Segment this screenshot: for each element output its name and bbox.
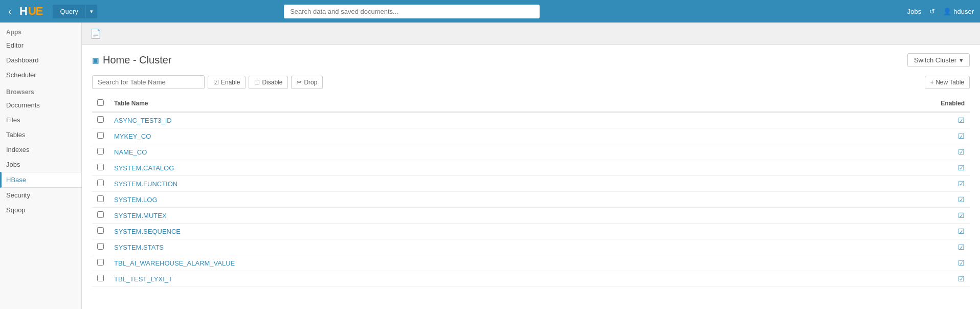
row-enabled-cell: ☑ bbox=[929, 192, 970, 208]
sidebar-item-jobs[interactable]: Jobs bbox=[0, 157, 81, 172]
row-checkbox-1[interactable] bbox=[97, 132, 104, 139]
sidebar-item-scheduler[interactable]: Scheduler bbox=[0, 68, 81, 82]
row-table-name: SYSTEM.STATS bbox=[109, 239, 929, 255]
query-button[interactable]: Query bbox=[53, 5, 85, 18]
row-checkbox-cell bbox=[92, 128, 109, 144]
row-checkbox-cell bbox=[92, 112, 109, 128]
row-checkbox-3[interactable] bbox=[97, 164, 104, 170]
query-dropdown-button[interactable]: ▾ bbox=[85, 5, 97, 18]
disable-checkbox-icon: ☐ bbox=[254, 79, 260, 86]
content-area: 📄 ▣ Home - Cluster Switch Cluster ▾ bbox=[82, 23, 980, 309]
table-row: SYSTEM.SEQUENCE ☑ bbox=[92, 224, 970, 239]
back-button[interactable]: ‹ bbox=[6, 4, 13, 19]
search-table-input[interactable] bbox=[92, 75, 205, 89]
row-checkbox-cell bbox=[92, 255, 109, 271]
row-checkbox-cell bbox=[92, 176, 109, 192]
logo: HUE bbox=[19, 5, 42, 18]
jobs-link[interactable]: Jobs bbox=[907, 8, 921, 15]
nav-right: Jobs ↺ 👤 hduser bbox=[907, 8, 974, 15]
drop-button[interactable]: ✂ Drop bbox=[291, 76, 323, 89]
subheader-icon: 📄 bbox=[90, 28, 101, 39]
table-name-link-4[interactable]: SYSTEM.FUNCTION bbox=[114, 180, 177, 188]
enabled-check-icon: ☑ bbox=[958, 164, 965, 172]
logo-h: H bbox=[19, 5, 27, 18]
table-row: SYSTEM.STATS ☑ bbox=[92, 239, 970, 255]
table-name-link-6[interactable]: SYSTEM.MUTEX bbox=[114, 212, 167, 219]
enable-button[interactable]: ☑ Enable bbox=[208, 76, 246, 89]
table-row: SYSTEM.CATALOG ☑ bbox=[92, 160, 970, 176]
table-name-link-2[interactable]: NAME_CO bbox=[114, 148, 147, 156]
user-icon: 👤 bbox=[943, 8, 951, 15]
table-name-link-9[interactable]: TBL_AI_WAREHOUSE_ALARM_VALUE bbox=[114, 259, 235, 267]
sidebar-item-indexes[interactable]: Indexes bbox=[0, 142, 81, 157]
new-table-button[interactable]: + New Table bbox=[925, 76, 970, 89]
enabled-check-icon: ☑ bbox=[958, 227, 965, 235]
row-table-name: ASYNC_TEST3_ID bbox=[109, 112, 929, 128]
enabled-check-icon: ☑ bbox=[958, 211, 965, 219]
row-checkbox-10[interactable] bbox=[97, 275, 104, 281]
sidebar-item-sqoop[interactable]: Sqoop bbox=[0, 203, 81, 217]
table-name-link-1[interactable]: MYKEY_CO bbox=[114, 133, 151, 140]
table-name-link-10[interactable]: TBL_TEST_LYXI_T bbox=[114, 275, 172, 283]
enabled-check-icon: ☑ bbox=[958, 116, 965, 124]
col-header-enabled: Enabled bbox=[929, 95, 970, 112]
table-row: SYSTEM.MUTEX ☑ bbox=[92, 208, 970, 224]
enabled-check-icon: ☑ bbox=[958, 195, 965, 204]
row-checkbox-cell bbox=[92, 208, 109, 224]
table-name-link-3[interactable]: SYSTEM.CATALOG bbox=[114, 164, 174, 172]
row-checkbox-0[interactable] bbox=[97, 116, 104, 123]
row-checkbox-6[interactable] bbox=[97, 211, 104, 218]
select-all-checkbox[interactable] bbox=[97, 99, 104, 106]
toolbar: ☑ Enable ☐ Disable ✂ Drop + New Table bbox=[92, 75, 970, 89]
table-name-link-8[interactable]: SYSTEM.STATS bbox=[114, 244, 164, 251]
table-name-link-0[interactable]: ASYNC_TEST3_ID bbox=[114, 117, 172, 124]
row-checkbox-2[interactable] bbox=[97, 148, 104, 154]
table-row: SYSTEM.LOG ☑ bbox=[92, 192, 970, 208]
row-table-name: NAME_CO bbox=[109, 144, 929, 160]
row-checkbox-cell bbox=[92, 239, 109, 255]
row-enabled-cell: ☑ bbox=[929, 176, 970, 192]
table-row: NAME_CO ☑ bbox=[92, 144, 970, 160]
sidebar-item-files[interactable]: Files bbox=[0, 113, 81, 127]
sidebar-item-documents[interactable]: Documents bbox=[0, 98, 81, 113]
col-header-checkbox bbox=[92, 95, 109, 112]
user-menu[interactable]: 👤 hduser bbox=[943, 8, 974, 15]
row-enabled-cell: ☑ bbox=[929, 128, 970, 144]
row-table-name: MYKEY_CO bbox=[109, 128, 929, 144]
disable-button[interactable]: ☐ Disable bbox=[249, 76, 288, 89]
enabled-check-icon: ☑ bbox=[958, 148, 965, 156]
switch-cluster-button[interactable]: Switch Cluster ▾ bbox=[907, 53, 970, 67]
row-checkbox-4[interactable] bbox=[97, 180, 104, 186]
row-enabled-cell: ☑ bbox=[929, 255, 970, 271]
row-enabled-cell: ☑ bbox=[929, 239, 970, 255]
history-icon[interactable]: ↺ bbox=[929, 8, 935, 15]
username-label: hduser bbox=[953, 8, 974, 15]
row-checkbox-5[interactable] bbox=[97, 195, 104, 202]
row-checkbox-9[interactable] bbox=[97, 259, 104, 266]
main-layout: Apps Editor Dashboard Scheduler Browsers… bbox=[0, 23, 980, 309]
table-row: ASYNC_TEST3_ID ☑ bbox=[92, 112, 970, 128]
sidebar-item-hbase[interactable]: HBase bbox=[0, 172, 81, 188]
disable-label: Disable bbox=[262, 79, 282, 86]
sidebar-item-dashboard[interactable]: Dashboard bbox=[0, 53, 81, 68]
row-checkbox-8[interactable] bbox=[97, 243, 104, 250]
table-name-link-7[interactable]: SYSTEM.SEQUENCE bbox=[114, 228, 181, 235]
row-enabled-cell: ☑ bbox=[929, 144, 970, 160]
enabled-check-icon: ☑ bbox=[958, 243, 965, 251]
drop-label: Drop bbox=[304, 79, 317, 86]
toolbar-left: ☑ Enable ☐ Disable ✂ Drop bbox=[92, 75, 323, 89]
row-checkbox-cell bbox=[92, 160, 109, 176]
sidebar: Apps Editor Dashboard Scheduler Browsers… bbox=[0, 23, 82, 309]
enabled-check-icon: ☑ bbox=[958, 259, 965, 267]
sidebar-item-security[interactable]: Security bbox=[0, 188, 81, 203]
row-table-name: SYSTEM.CATALOG bbox=[109, 160, 929, 176]
table-name-link-5[interactable]: SYSTEM.LOG bbox=[114, 196, 158, 204]
row-enabled-cell: ☑ bbox=[929, 112, 970, 128]
row-checkbox-7[interactable] bbox=[97, 227, 104, 234]
global-search-input[interactable] bbox=[284, 5, 540, 18]
enabled-check-icon: ☑ bbox=[958, 275, 965, 283]
query-btn-group: Query ▾ bbox=[53, 5, 97, 18]
sidebar-item-editor[interactable]: Editor bbox=[0, 38, 81, 53]
sidebar-item-tables[interactable]: Tables bbox=[0, 127, 81, 142]
new-table-label: + New Table bbox=[930, 79, 964, 86]
